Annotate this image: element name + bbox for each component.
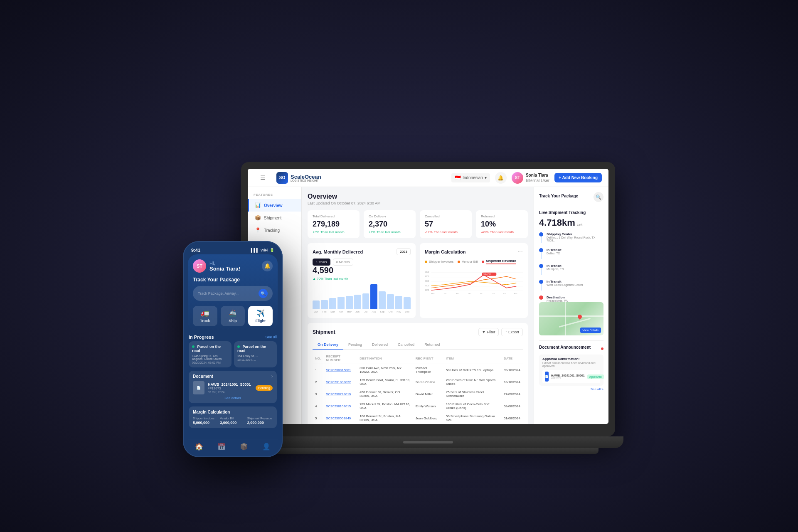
phone-doc-item: 📄 HAWB_20241001_S0001 #F12675 02 Oct, 20…	[193, 381, 273, 394]
bar-label-Apr: Apr	[337, 310, 345, 313]
map-road-diag	[559, 318, 590, 328]
tab-returned[interactable]: Returned	[419, 340, 445, 350]
tab-pending[interactable]: Pending	[343, 340, 367, 350]
sidebar-item-overview[interactable]: 📊 Overview	[248, 199, 301, 212]
cell-receipt[interactable]: SC20231003022	[323, 376, 357, 388]
tab-on-delivery[interactable]: On Delivery	[313, 340, 343, 350]
step-info-4: In Transit West Coast Logistics Center	[547, 280, 603, 286]
bar-Dec	[404, 297, 411, 309]
step-title-2: In Transit	[547, 248, 603, 252]
sidebar-shipment-label: Shipment	[264, 216, 281, 220]
phone-nav-calendar[interactable]: 📅	[217, 443, 226, 451]
sidebar-tracking-label: Tracking	[264, 228, 280, 233]
table-row: 3 SC20230728019 456 Denver St, Denver, C…	[313, 388, 523, 400]
header-user-role: Internal User	[526, 178, 549, 183]
vendor-legend-dot	[458, 261, 460, 263]
doc-red-dot	[601, 347, 603, 350]
tab-cancelled[interactable]: Cancelled	[393, 340, 419, 350]
export-btn[interactable]: ↑ Export	[501, 328, 523, 336]
margin-more-icon[interactable]: ···	[517, 248, 523, 256]
bar-label-May: May	[346, 310, 353, 313]
phone-search-label: Track Your Package	[193, 277, 273, 283]
export-label: Export	[508, 330, 519, 334]
stat-card-cancelled: Cancelled 57 -17% Than last month	[420, 210, 472, 238]
language-selector[interactable]: 🇮🇩 Indonesian ▾	[451, 173, 490, 182]
phone-cat-ship[interactable]: 🚢 Ship	[221, 306, 245, 326]
legend-shipper: Shipper Invoices	[425, 259, 453, 264]
tracking-icon: 📍	[255, 227, 261, 233]
view-details-btn[interactable]: View Details	[580, 328, 601, 333]
cell-receipt[interactable]: SC20230503849	[323, 412, 357, 424]
step-title-1: Shipping Center	[547, 232, 603, 236]
doc-file-row: 📄 HAWB_20241001_S0001 #F12675 Approved	[542, 370, 600, 383]
phone-nav-package[interactable]: 📦	[240, 443, 248, 451]
parcel-2-dot	[237, 345, 240, 348]
phone-see-all-btn[interactable]: See all	[265, 335, 277, 339]
phone-nav-home[interactable]: 🏠	[195, 443, 203, 451]
track-search-btn[interactable]: 🔍	[594, 192, 603, 202]
add-new-booking-btn[interactable]: + Add New Booking	[554, 173, 602, 182]
phone-see-details-btn[interactable]: See details	[193, 396, 273, 400]
phone-avatar: ST	[193, 259, 206, 273]
phone-parcel-2[interactable]: Parcel on the road 154 Leroy St, ... 15/…	[234, 341, 277, 367]
svg-text:Sat: Sat	[493, 293, 495, 295]
mini-map: View Details	[539, 302, 603, 335]
cell-date: 18/10/2024	[501, 376, 523, 388]
doc-file-sub: #F12675	[551, 377, 585, 379]
col-recipient: Recipient	[413, 353, 443, 364]
phone-search-icon[interactable]: 🔍	[259, 289, 268, 298]
shipment-icon: 📦	[255, 215, 261, 221]
year-selector-btn[interactable]: 2023	[397, 248, 411, 255]
step-title-4: In Transit	[547, 280, 603, 283]
step-info-3: In Transit Memphis, TN	[547, 264, 603, 271]
step-transit-3: In Transit West Coast Logistics Center	[539, 280, 603, 296]
svg-text:2000: 2000	[425, 285, 429, 287]
cell-destination: 106 Bennett St, Boston, MA 02135, USA	[357, 412, 413, 424]
phone-scroll-area: In Progress See all Parcel on the road 1…	[188, 335, 278, 437]
phone-cat-flight[interactable]: ✈️ Flight	[248, 306, 273, 326]
phone-bell-btn[interactable]: 🔔	[262, 261, 273, 271]
sidebar-item-tracking[interactable]: 📍 Tracking	[248, 224, 301, 236]
bar-label-Oct: Oct	[387, 310, 394, 313]
phone-cat-truck[interactable]: 🚛 Truck	[193, 306, 217, 326]
cell-item: 100 Pallets of Coca-Cola Soft Drinks (Ca…	[443, 400, 501, 412]
filter-label: Filter	[487, 330, 495, 334]
phone-nav-user[interactable]: 👤	[262, 443, 271, 451]
ship-icon: 🚢	[229, 309, 237, 317]
cell-recipient: David Miller	[413, 388, 443, 400]
chart-tab-6months[interactable]: 6 Months	[333, 259, 353, 266]
step-line-1	[541, 236, 542, 243]
phone-time: 9:41	[191, 248, 200, 253]
laptop-base	[233, 436, 623, 448]
chart-tab-1year[interactable]: 1 Years	[313, 259, 330, 266]
table-row: 5 SC20230503849 106 Bennett St, Boston, …	[313, 412, 523, 424]
hamburger-btn[interactable]: ☰	[254, 171, 271, 185]
phone-parcel-1[interactable]: Parcel on the road 1245 Spring St, Los A…	[189, 341, 232, 367]
filter-btn[interactable]: ▼ Filter	[478, 328, 499, 336]
laptop-hinge	[403, 441, 453, 443]
stat-cancelled-value: 57	[425, 220, 467, 229]
bar-label-Mar: Mar	[329, 310, 336, 313]
svg-text:3500: 3500	[425, 271, 429, 273]
bar-Apr	[337, 297, 345, 309]
wifi-icon: WiFi	[261, 248, 268, 252]
cell-receipt[interactable]: SC20238102015	[323, 400, 357, 412]
cell-receipt[interactable]: SC20230015001	[323, 364, 357, 376]
cell-receipt[interactable]: SC20230728019	[323, 388, 357, 400]
step-dot-col-3	[539, 264, 543, 275]
see-all-btn[interactable]: See all >	[539, 387, 603, 391]
phone-user-name: Sonia Tiara!	[209, 266, 240, 272]
tab-delivered[interactable]: Delivered	[367, 340, 393, 350]
sidebar-section-label: FEATURES	[248, 193, 301, 199]
bar-label-Jul: Jul	[362, 310, 369, 313]
doc-announcement-section: Document Announcement Approval Confirmat…	[539, 340, 603, 391]
phone-search-bar[interactable]: Track Package, Airway... 🔍	[193, 286, 273, 301]
step-title-5: Destination	[547, 296, 603, 299]
parcel-1-addr: 1245 Spring St, Los Angeles, United Stat…	[192, 355, 228, 360]
doc-approval-title: Approval Confirmation:	[542, 357, 600, 361]
notification-bell-btn[interactable]: 🔔	[495, 172, 507, 184]
sidebar-item-shipment[interactable]: 📦 Shipment	[248, 212, 301, 224]
step-dot-col-4	[539, 280, 543, 291]
flight-icon: ✈️	[256, 309, 265, 317]
step-info-5: Destination Philadelphia, PA	[547, 296, 603, 302]
